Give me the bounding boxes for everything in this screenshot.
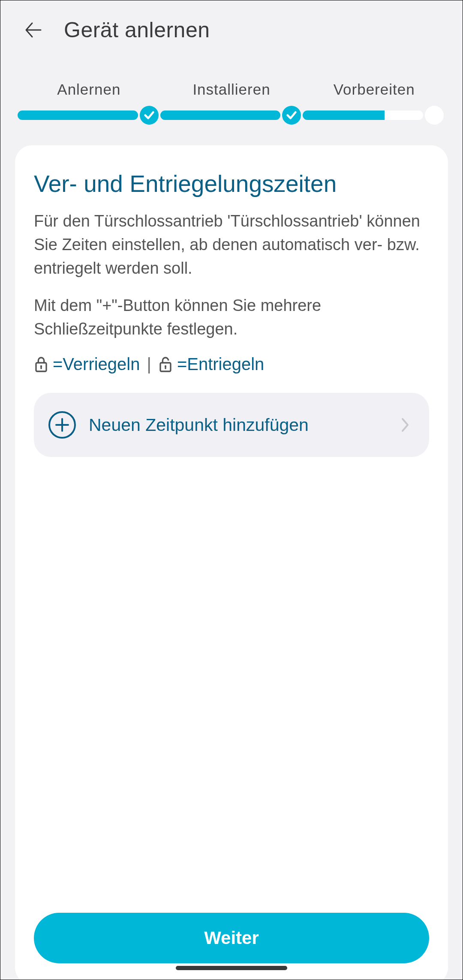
add-timepoint-label: Neuen Zeitpunkt hinzufügen bbox=[89, 415, 400, 435]
chevron-right-icon bbox=[400, 416, 410, 433]
progress-bar-1 bbox=[18, 111, 138, 120]
lock-closed-icon bbox=[34, 356, 48, 373]
arrow-left-icon bbox=[24, 21, 42, 39]
step-label-2: Installieren bbox=[160, 81, 303, 98]
progress-bar-3 bbox=[303, 111, 423, 120]
continue-label: Weiter bbox=[204, 928, 259, 948]
progress-steps: Anlernen Installieren Vorbereiten bbox=[0, 81, 463, 125]
content-card: Ver- und Entriegelungszeiten Für den Tür… bbox=[15, 145, 448, 980]
page-title: Gerät anlernen bbox=[64, 18, 210, 42]
step-pending-icon bbox=[425, 106, 444, 125]
step-label-1: Anlernen bbox=[18, 81, 160, 98]
continue-button[interactable]: Weiter bbox=[34, 913, 429, 963]
progress-bar-2 bbox=[160, 111, 281, 120]
step-complete-icon bbox=[282, 106, 301, 125]
legend-lock-text: =Verriegeln bbox=[53, 355, 140, 374]
back-button[interactable] bbox=[21, 18, 45, 42]
legend-separator: | bbox=[147, 355, 151, 374]
lock-open-icon bbox=[158, 356, 173, 373]
plus-circle-icon bbox=[48, 411, 76, 439]
card-paragraph-2: Mit dem "+"-Button können Sie mehrere Sc… bbox=[34, 294, 429, 341]
add-timepoint-button[interactable]: Neuen Zeitpunkt hinzufügen bbox=[34, 393, 429, 457]
step-label-3: Vorbereiten bbox=[303, 81, 445, 98]
card-title: Ver- und Entriegelungszeiten bbox=[34, 170, 429, 197]
legend-unlock-text: =Entriegeln bbox=[177, 355, 264, 374]
app-header: Gerät anlernen bbox=[0, 0, 463, 55]
home-indicator[interactable] bbox=[176, 966, 287, 970]
lock-legend: =Verriegeln | =Entriegeln bbox=[34, 355, 429, 374]
card-paragraph-1: Für den Türschlossantrieb 'Türschlossant… bbox=[34, 209, 429, 280]
step-complete-icon bbox=[140, 106, 159, 125]
